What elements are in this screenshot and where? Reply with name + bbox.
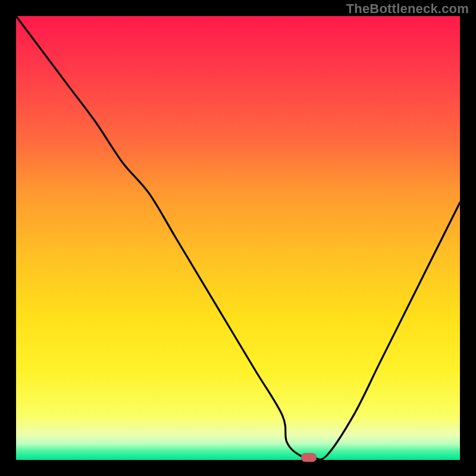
curve-layer: [16, 16, 460, 460]
optimal-marker: [301, 453, 317, 462]
plot-area: [16, 16, 460, 460]
bottleneck-curve: [16, 16, 460, 459]
attribution-label: TheBottleneck.com: [346, 1, 469, 17]
chart-frame: TheBottleneck.com: [0, 0, 476, 476]
